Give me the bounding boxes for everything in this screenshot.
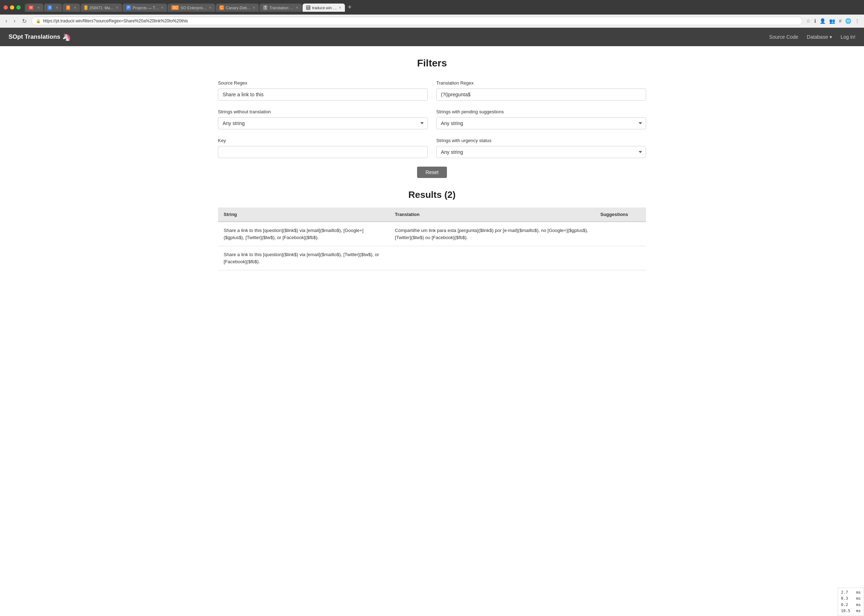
address-bar[interactable]: 🔒 https://pt.traducir.win/filters?source… (31, 17, 803, 25)
reset-row: Reset (218, 167, 646, 178)
browser-tab-so[interactable]: # ✕ (63, 3, 80, 12)
url-text: https://pt.traducir.win/filters?sourceRe… (43, 19, 798, 24)
browser-tab-canary[interactable]: C Canary-Deb… ✕ (216, 3, 259, 12)
results-table-body: Share a link to this [question]($link$) … (218, 222, 646, 270)
result-suggestions-1 (595, 222, 646, 246)
tab-title-traducir: traducir.win … (312, 6, 337, 10)
strings-urgency-select[interactable]: Any string Only with Only without (436, 146, 646, 158)
tab-close-bug[interactable]: ✕ (115, 6, 118, 9)
tab-title-bug: 258471: Ma… (89, 6, 114, 10)
tab-favicon-translation: T (263, 5, 267, 10)
strings-pending-select[interactable]: Any string Only with Only without (436, 117, 646, 129)
browser-tab-projects[interactable]: P Projects — T… ✕ (123, 3, 167, 12)
results-table-head: String Translation Suggestions (218, 207, 646, 222)
app-nav-links: Source Code Database ▾ Log in! (769, 34, 856, 40)
forward-button[interactable]: › (12, 17, 17, 25)
source-code-link[interactable]: Source Code (769, 34, 798, 40)
translation-regex-group: Translation Regex (436, 80, 646, 101)
strings-pending-label: Strings with pending suggestions (436, 109, 646, 115)
col-header-suggestions: Suggestions (595, 207, 646, 222)
database-dropdown[interactable]: Database ▾ (807, 34, 832, 40)
source-regex-input[interactable] (218, 88, 428, 101)
minimize-traffic-light[interactable] (10, 5, 14, 9)
source-regex-group: Source Regex (218, 80, 428, 101)
reload-button[interactable]: ↻ (20, 17, 28, 25)
new-tab-button[interactable]: + (345, 3, 354, 12)
tab-favicon-bug: ! (84, 5, 87, 10)
filter-row-3: Key Strings with urgency status Any stri… (218, 138, 646, 158)
browser-tab-enterprise[interactable]: SO SO Enterpris… ✕ (168, 3, 215, 12)
results-table: String Translation Suggestions Share a l… (218, 207, 646, 270)
browser-tab-bug[interactable]: ! 258471: Ma… ✕ (81, 3, 122, 12)
login-link[interactable]: Log in! (840, 34, 856, 40)
translation-regex-input[interactable] (436, 88, 646, 101)
tab-close-gmail[interactable]: ✕ (37, 6, 40, 9)
table-row: Share a link to this [question]($link$) … (218, 246, 646, 270)
back-button[interactable]: ‹ (3, 17, 9, 25)
address-bar-actions: ☆ ℹ 👤 👥 # 🌐 ⋮ (805, 17, 861, 25)
strings-without-label: Strings without translation (218, 109, 428, 115)
filter-row-2: Strings without translation Any string O… (218, 109, 646, 129)
tab-close-canary[interactable]: ✕ (252, 6, 255, 9)
translation-regex-label: Translation Regex (436, 80, 646, 86)
extension-button[interactable]: # (838, 17, 842, 25)
col-header-translation: Translation (389, 207, 595, 222)
lock-icon: 🔒 (36, 19, 41, 24)
tab-favicon-tasks: 4 (48, 5, 52, 10)
tab-favicon-gmail: M (28, 5, 33, 10)
address-bar-row: ‹ › ↻ 🔒 https://pt.traducir.win/filters?… (0, 14, 864, 28)
tab-close-traducir[interactable]: ✕ (339, 6, 341, 9)
browser-tab-tasks[interactable]: 4 ✕ (44, 3, 62, 12)
avatar-button[interactable]: 👤 (819, 17, 826, 25)
tab-close-projects[interactable]: ✕ (161, 6, 164, 9)
unicorn-icon: 🦄 (62, 33, 71, 41)
dropdown-arrow-icon: ▾ (829, 34, 832, 40)
database-label: Database (807, 34, 828, 40)
info-button[interactable]: ℹ (814, 17, 817, 25)
maximize-traffic-light[interactable] (16, 5, 20, 9)
tab-close-translation[interactable]: ✕ (295, 6, 298, 9)
results-section: Results (2) String Translation Suggestio… (218, 189, 646, 270)
source-regex-label: Source Regex (218, 80, 428, 86)
brand-text: SOpt Translations (8, 33, 60, 41)
browser-tab-gmail[interactable]: M ✕ (25, 3, 43, 12)
menu-button[interactable]: ⋮ (854, 17, 861, 25)
tab-favicon-traducir: T (306, 5, 311, 10)
browser-tab-traducir[interactable]: T traducir.win … ✕ (303, 3, 345, 12)
strings-urgency-label: Strings with urgency status (436, 138, 646, 143)
result-string-2: Share a link to this [question]($link$) … (218, 246, 389, 270)
result-translation-2 (389, 246, 595, 270)
tab-title-canary: Canary-Deb… (226, 6, 251, 10)
tab-favicon-enterprise: SO (171, 5, 178, 10)
tab-favicon-projects: P (126, 5, 131, 10)
browser-tab-translation[interactable]: T Translation … ✕ (260, 3, 301, 12)
strings-without-select[interactable]: Any string Only with Only without (218, 117, 428, 129)
browser-chrome: M ✕ 4 ✕ # ✕ ! 258471: Ma… ✕ P Projects —… (0, 0, 864, 14)
tab-favicon-canary: C (219, 5, 224, 10)
reset-button[interactable]: Reset (417, 167, 447, 178)
filter-row-1: Source Regex Translation Regex (218, 80, 646, 101)
close-traffic-light[interactable] (3, 5, 8, 9)
tab-favicon-so: # (66, 5, 70, 10)
main-content: Filters Source Regex Translation Regex S… (201, 46, 663, 282)
tab-title-projects: Projects — T… (132, 6, 159, 10)
page-title: Filters (218, 58, 646, 69)
tab-close-tasks[interactable]: ✕ (55, 6, 58, 9)
strings-pending-group: Strings with pending suggestions Any str… (436, 109, 646, 129)
results-title: Results (2) (218, 189, 646, 200)
globe-button[interactable]: 🌐 (844, 17, 852, 25)
browser-tabs: M ✕ 4 ✕ # ✕ ! 258471: Ma… ✕ P Projects —… (25, 3, 861, 12)
filters-section: Source Regex Translation Regex Strings w… (218, 80, 646, 178)
tab-close-so[interactable]: ✕ (74, 6, 76, 9)
result-translation-1: Compartilhe um link para esta [pergunta]… (389, 222, 595, 246)
tab-close-enterprise[interactable]: ✕ (209, 6, 211, 9)
tab-title-translation: Translation … (269, 6, 293, 10)
bookmark-button[interactable]: ☆ (805, 17, 811, 25)
app-brand: SOpt Translations 🦄 (8, 33, 71, 41)
key-input[interactable] (218, 146, 428, 158)
col-header-string: String (218, 207, 389, 222)
strings-without-group: Strings without translation Any string O… (218, 109, 428, 129)
traffic-lights (3, 5, 20, 9)
profile-button[interactable]: 👥 (828, 17, 836, 25)
tab-title-enterprise: SO Enterpris… (181, 6, 207, 10)
